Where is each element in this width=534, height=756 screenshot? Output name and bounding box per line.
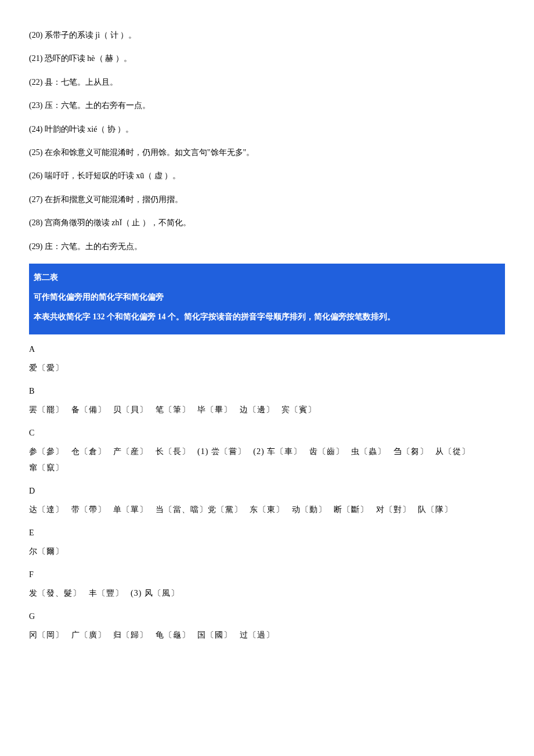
entry: 冈〔岡〕 <box>29 631 64 639</box>
entry: 宾〔賓〕 <box>282 405 316 414</box>
entry: 对〔對〕 <box>376 505 411 514</box>
entry: 贝〔貝〕 <box>113 405 148 414</box>
section-2-title: 第二表 <box>34 269 500 286</box>
note-26: (26) 喘吁吁，长吁短叹的吁读 xū（ 虚 ）。 <box>29 170 505 182</box>
entry: 断〔斷〕 <box>334 505 369 514</box>
section-2-subtitle: 可作简化偏旁用的简化字和简化偏旁 <box>34 289 500 305</box>
note-21: (21) 恐吓的吓读 hè（ 赫 ）。 <box>29 52 505 65</box>
section-2-desc: 本表共收简化字 132 个和简化偏旁 14 个。简化字按读音的拼音字母顺序排列，… <box>34 309 500 325</box>
entry: 刍〔芻〕 <box>394 447 428 456</box>
group-letter-G: G <box>29 612 505 621</box>
group-letter-C: C <box>29 429 505 438</box>
entries-G: 冈〔岡〕 广〔廣〕 归〔歸〕 龟〔龜〕 国〔國〕 过〔過〕 <box>29 627 505 643</box>
note-27: (27) 在折和摺意义可能混淆时，摺仍用摺。 <box>29 193 505 206</box>
entry: 广〔廣〕 <box>71 631 106 639</box>
entry: 仓〔倉〕 <box>71 447 106 456</box>
group-E: E 尔〔爾〕 <box>29 528 505 560</box>
entry: 参〔參〕 <box>29 447 64 456</box>
entry: 国〔國〕 <box>197 631 232 639</box>
note-28: (28) 宫商角徵羽的徵读 zhǐ（ 止 ），不简化。 <box>29 217 505 229</box>
entry: 边〔邊〕 <box>240 405 275 414</box>
entries-C: 参〔參〕 仓〔倉〕 产〔産〕 长〔長〕 (1) 尝〔嘗〕 (2) 车〔車〕 齿〔… <box>29 444 505 476</box>
entry: 发〔發、髮〕 <box>29 589 81 597</box>
group-C: C 参〔參〕 仓〔倉〕 产〔産〕 长〔長〕 (1) 尝〔嘗〕 (2) 车〔車〕 … <box>29 429 505 476</box>
entry: (3) 风〔風〕 <box>131 589 179 597</box>
entry: 长〔長〕 <box>156 447 190 456</box>
entry: 龟〔龜〕 <box>156 631 190 639</box>
entry: 虫〔蟲〕 <box>351 447 386 456</box>
group-letter-A: A <box>29 345 505 354</box>
entry: (1) 尝〔嘗〕 <box>197 447 246 456</box>
entry: 毕〔畢〕 <box>197 405 232 414</box>
note-25: (25) 在余和馀意义可能混淆时，仍用馀。如文言句"馀年无多"。 <box>29 146 505 159</box>
entries-A: 爱〔愛〕 <box>29 360 505 376</box>
entry: 达〔達〕 <box>29 505 64 514</box>
note-29: (29) 庄：六笔。土的右旁无点。 <box>29 240 505 253</box>
group-G: G 冈〔岡〕 广〔廣〕 归〔歸〕 龟〔龜〕 国〔國〕 过〔過〕 <box>29 612 505 643</box>
entry: 队〔隊〕 <box>418 505 453 514</box>
entry: 从〔從〕 <box>435 447 470 456</box>
group-letter-D: D <box>29 487 505 496</box>
note-24: (24) 叶韵的叶读 xié（ 协 ）。 <box>29 123 505 136</box>
entry: 丰〔豐〕 <box>89 589 124 597</box>
entry: 齿〔齒〕 <box>309 447 344 456</box>
entry: 动〔動〕 <box>292 505 327 514</box>
note-23: (23) 压：六笔。土的右旁有一点。 <box>29 99 505 112</box>
group-letter-E: E <box>29 528 505 538</box>
group-A: A 爱〔愛〕 <box>29 345 505 376</box>
entries-F: 发〔發、髮〕 丰〔豐〕 (3) 风〔風〕 <box>29 585 505 602</box>
group-B: B 罢〔罷〕 备〔備〕 贝〔貝〕 笔〔筆〕 毕〔畢〕 边〔邊〕 宾〔賓〕 <box>29 387 505 418</box>
group-F: F 发〔發、髮〕 丰〔豐〕 (3) 风〔風〕 <box>29 570 505 602</box>
entry: 当〔當、噹〕党〔黨〕 <box>156 505 243 514</box>
note-20: (20) 系带子的系读 jì（ 计 ）。 <box>29 29 505 42</box>
group-D: D 达〔達〕 带〔帶〕 单〔單〕 当〔當、噹〕党〔黨〕 东〔東〕 动〔動〕 断〔… <box>29 487 505 518</box>
entry: 笔〔筆〕 <box>156 405 190 414</box>
entry: (2) 车〔車〕 <box>253 447 302 456</box>
entry: 备〔備〕 <box>71 405 106 414</box>
entry: 罢〔罷〕 <box>29 405 64 414</box>
note-22: (22) 县：七笔。上从且。 <box>29 76 505 89</box>
entry: 归〔歸〕 <box>113 631 148 639</box>
section-2-header: 第二表 可作简化偏旁用的简化字和简化偏旁 本表共收简化字 132 个和简化偏旁 … <box>29 264 505 334</box>
entry: 尔〔爾〕 <box>29 547 64 556</box>
entries-E: 尔〔爾〕 <box>29 543 505 560</box>
entry: 窜〔竄〕 <box>29 463 64 472</box>
entries-B: 罢〔罷〕 备〔備〕 贝〔貝〕 笔〔筆〕 毕〔畢〕 边〔邊〕 宾〔賓〕 <box>29 402 505 418</box>
entry: 带〔帶〕 <box>71 505 106 514</box>
group-letter-B: B <box>29 387 505 396</box>
entry: 单〔單〕 <box>113 505 148 514</box>
group-letter-F: F <box>29 570 505 579</box>
entry: 产〔産〕 <box>113 447 148 456</box>
entry: 东〔東〕 <box>250 505 284 514</box>
entries-D: 达〔達〕 带〔帶〕 单〔單〕 当〔當、噹〕党〔黨〕 东〔東〕 动〔動〕 断〔斷〕… <box>29 502 505 518</box>
entry: 过〔過〕 <box>240 631 275 639</box>
entry: 爱〔愛〕 <box>29 363 64 372</box>
